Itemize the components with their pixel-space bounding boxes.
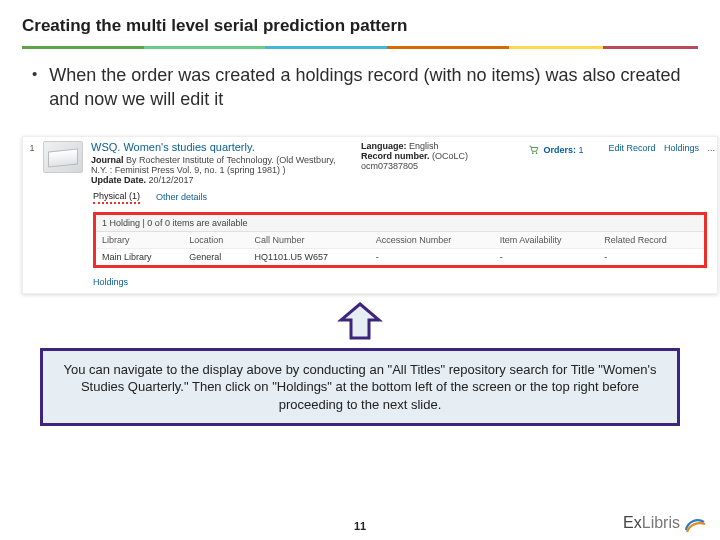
col-availability: Item Availability <box>494 232 599 249</box>
logo-arc-icon <box>684 512 706 534</box>
holdings-highlight-box: 1 Holding | 0 of 0 items are available L… <box>93 212 707 268</box>
language-value: English <box>409 141 439 151</box>
cell-accession: - <box>370 248 494 265</box>
col-related: Related Record <box>598 232 704 249</box>
exlibris-logo: ExLibris <box>623 512 706 534</box>
record-thumbnail <box>43 141 83 173</box>
tab-physical[interactable]: Physical (1) <box>93 191 140 204</box>
col-location: Location <box>183 232 248 249</box>
cell-callno: HQ1101.U5 W657 <box>248 248 369 265</box>
logo-part1: Ex <box>623 514 642 531</box>
orders-cell[interactable]: Orders: 1 <box>527 137 597 187</box>
edit-record-link[interactable]: Edit Record <box>608 143 655 153</box>
cell-location: General <box>183 248 248 265</box>
row-number: 1 <box>23 137 41 187</box>
bullet-text: When the order was created a holdings re… <box>49 63 688 112</box>
journal-value: By Rochester Institute of Technology. (O… <box>91 155 335 175</box>
recnum-label: Record number. <box>361 151 430 161</box>
screenshot-panel: 1 WSQ. Women's studies quarterly. Journa… <box>22 136 718 294</box>
table-row: Main Library General HQ1101.U5 W657 - - … <box>96 248 704 265</box>
cell-availability: - <box>494 248 599 265</box>
cell-related: - <box>598 248 704 265</box>
journal-line: Journal By Rochester Institute of Techno… <box>91 155 351 175</box>
orders-value: 1 <box>579 145 584 155</box>
holdings-link-bottom[interactable]: Holdings <box>23 274 717 293</box>
update-line: Update Date. 20/12/2017 <box>91 175 351 185</box>
bullet-marker: • <box>32 63 37 84</box>
slide-title: Creating the multi level serial predicti… <box>22 16 698 36</box>
arrow-up-icon <box>337 302 383 342</box>
col-callno: Call Number <box>248 232 369 249</box>
language-label: Language: <box>361 141 407 151</box>
recnum-line: Record number. (OCoLC) ocm07387805 <box>361 151 523 171</box>
callout-box: You can navigate to the display above by… <box>40 348 680 427</box>
svg-point-0 <box>532 153 534 155</box>
cell-library: Main Library <box>96 248 183 265</box>
update-value: 20/12/2017 <box>149 175 194 185</box>
holdings-link-top[interactable]: Holdings <box>664 143 699 153</box>
table-header-row: Library Location Call Number Accession N… <box>96 232 704 249</box>
page-number: 11 <box>0 520 720 532</box>
orders-label: Orders: <box>544 145 577 155</box>
col-library: Library <box>96 232 183 249</box>
col-accession: Accession Number <box>370 232 494 249</box>
svg-point-1 <box>536 153 538 155</box>
cart-icon <box>529 145 539 155</box>
language-line: Language: English <box>361 141 523 151</box>
holdings-header: 1 Holding | 0 of 0 items are available <box>96 215 704 232</box>
divider <box>22 46 698 49</box>
record-title-link[interactable]: WSQ. Women's studies quarterly. <box>91 141 351 153</box>
more-actions-link[interactable]: ... <box>707 143 715 153</box>
holdings-table: Library Location Call Number Accession N… <box>96 232 704 265</box>
logo-part2: Libris <box>642 514 680 531</box>
tab-other-details[interactable]: Other details <box>156 192 207 202</box>
update-label: Update Date. <box>91 175 146 185</box>
journal-label: Journal <box>91 155 124 165</box>
